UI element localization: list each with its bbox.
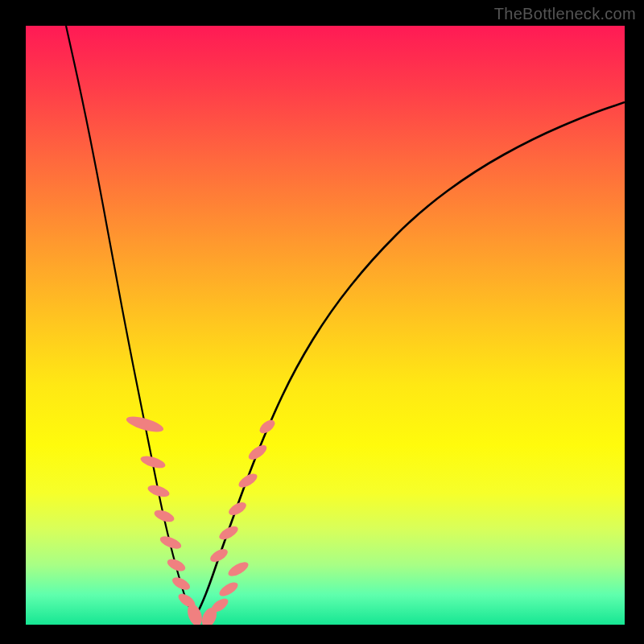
bead [237, 471, 259, 490]
bead [217, 523, 241, 542]
bead [226, 559, 250, 579]
curve-right-arm [195, 102, 625, 617]
chart-frame: TheBottleneck.com [0, 0, 644, 644]
bead [217, 580, 240, 599]
curve-svg [26, 26, 625, 625]
bead [246, 443, 269, 463]
bead [258, 417, 278, 436]
curve-left-arm [66, 26, 195, 617]
bead [125, 414, 165, 436]
bead [171, 575, 192, 592]
plot-area [26, 26, 625, 625]
bead-group [125, 414, 277, 625]
watermark-text: TheBottleneck.com [494, 5, 636, 23]
bead [166, 556, 188, 573]
bead [208, 547, 230, 564]
